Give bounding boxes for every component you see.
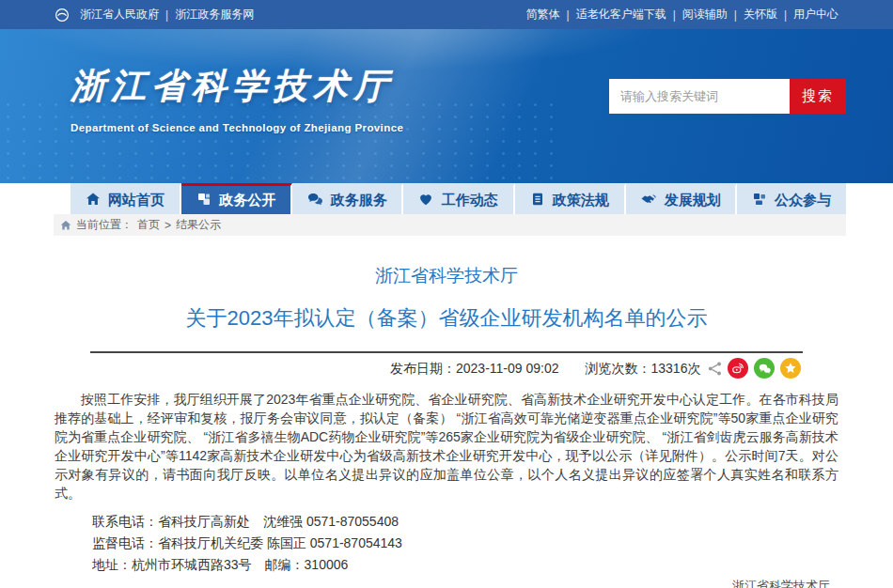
share-icon[interactable] bbox=[708, 362, 722, 376]
topbar-left-links: 浙江省人民政府 | 浙江政务服务网 bbox=[55, 7, 254, 23]
publish-date: 发布日期：2023-11-09 09:02 bbox=[390, 361, 559, 378]
chat-icon bbox=[307, 192, 323, 209]
nav-item-label: 工作动态 bbox=[441, 192, 497, 209]
link-simplified-traditional[interactable]: 简繁体 bbox=[526, 7, 560, 23]
article-paragraph: 按照工作安排，我厅组织开展了2023年省重点企业研究院、省企业研究院、省高新技术… bbox=[55, 390, 838, 503]
weibo-icon[interactable] bbox=[728, 358, 748, 379]
site-title: 浙江省科学技术厅 bbox=[70, 63, 403, 110]
share-buttons bbox=[708, 358, 801, 379]
link-elderly-client-download[interactable]: 适老化客户端下载 bbox=[576, 7, 666, 23]
nav-item-label: 发展规划 bbox=[665, 192, 721, 209]
contact-line: 地址：杭州市环城西路33号 邮编：310006 bbox=[92, 554, 838, 576]
wechat-icon[interactable] bbox=[754, 358, 775, 379]
nav-item-home[interactable]: 网站首页 bbox=[70, 183, 181, 214]
article-content: 浙江省科学技术厅 关于2023年拟认定（备案）省级企业研发机构名单的公示 发布日… bbox=[0, 264, 893, 588]
nav-item-development-planning[interactable]: 发展规划 bbox=[626, 183, 737, 214]
footer-org-name: 浙江省科学技术厅 bbox=[732, 578, 830, 588]
nav-item-label: 政务公开 bbox=[219, 192, 275, 209]
star-icon[interactable] bbox=[780, 358, 801, 379]
top-utility-bar: 浙江省人民政府 | 浙江政务服务网 简繁体 | 适老化客户端下载 | 阅读辅助 … bbox=[0, 0, 893, 29]
publish-date-value: 2023-11-09 09:02 bbox=[456, 361, 559, 376]
nav-item-label: 公众参与 bbox=[775, 192, 831, 209]
publish-date-label: 发布日期： bbox=[390, 361, 456, 376]
main-navigation: 网站首页 政务公开 政务服务 工作动态 政策法规 发展规划 公众参与 bbox=[70, 183, 846, 214]
document-icon bbox=[530, 192, 545, 209]
breadcrumb-separator: > bbox=[164, 219, 171, 232]
divider: | bbox=[567, 8, 570, 22]
nav-item-government-services[interactable]: 政务服务 bbox=[292, 183, 403, 214]
search-button[interactable]: 搜索 bbox=[790, 79, 846, 114]
link-zhejiang-gov[interactable]: 浙江省人民政府 bbox=[80, 7, 159, 23]
nav-item-policies-regulations[interactable]: 政策法规 bbox=[515, 183, 626, 214]
nav-item-label: 政务服务 bbox=[331, 192, 387, 209]
home-icon bbox=[86, 192, 101, 209]
nav-item-open-government[interactable]: 政务公开 bbox=[181, 183, 292, 214]
divider: | bbox=[734, 8, 737, 22]
article-title-line1: 浙江省科学技术厅 bbox=[55, 264, 838, 288]
site-banner: 浙江省科学技术厅 Department of Science and Techn… bbox=[0, 29, 893, 183]
contact-line: 监督电话：省科技厅机关纪委 陈国正 0571-87054143 bbox=[92, 533, 838, 554]
view-count: 浏览次数：13316次 bbox=[586, 361, 701, 378]
breadcrumb: 当前位置： 首页 > 结果公示 bbox=[54, 214, 846, 236]
link-care-version[interactable]: 关怀版 bbox=[744, 7, 777, 23]
gov-emblem-icon bbox=[55, 8, 70, 23]
link-user-center[interactable]: 用户中心 bbox=[793, 7, 838, 23]
home-small-icon bbox=[60, 220, 71, 231]
site-logo: 浙江省科学技术厅 Department of Science and Techn… bbox=[70, 63, 403, 133]
participation-icon bbox=[752, 192, 767, 209]
divider: | bbox=[165, 8, 168, 22]
topbar-right-links: 简繁体 | 适老化客户端下载 | 阅读辅助 | 关怀版 | 用户中心 bbox=[526, 7, 839, 23]
search-input[interactable] bbox=[609, 79, 790, 114]
contact-line: 联系电话：省科技厅高新处 沈维强 0571-87055408 bbox=[92, 511, 838, 533]
breadcrumb-current: 结果公示 bbox=[176, 217, 221, 233]
link-zhejiang-service[interactable]: 浙江政务服务网 bbox=[175, 7, 254, 23]
divider: | bbox=[784, 8, 787, 22]
article-title-line2: 关于2023年拟认定（备案）省级企业研发机构名单的公示 bbox=[55, 304, 838, 333]
open-gov-icon bbox=[196, 192, 212, 209]
site-title-english: Department of Science and Technology of … bbox=[70, 122, 403, 133]
breadcrumb-label: 当前位置： bbox=[76, 217, 133, 233]
heart-icon bbox=[418, 192, 433, 209]
search-box: 搜索 bbox=[609, 79, 846, 114]
nav-item-public-participation[interactable]: 公众参与 bbox=[737, 183, 846, 214]
nav-item-label: 政策法规 bbox=[553, 192, 609, 209]
link-reading-assist[interactable]: 阅读辅助 bbox=[682, 7, 728, 23]
divider: | bbox=[673, 8, 676, 22]
handshake-icon bbox=[640, 192, 657, 209]
contact-info: 联系电话：省科技厅高新处 沈维强 0571-87055408 监督电话：省科技厅… bbox=[92, 511, 838, 576]
view-count-value: 13316次 bbox=[651, 361, 701, 376]
nav-item-work-updates[interactable]: 工作动态 bbox=[403, 183, 514, 214]
article-meta-row: 发布日期：2023-11-09 09:02 浏览次数：13316次 bbox=[55, 353, 838, 385]
breadcrumb-home-link[interactable]: 首页 bbox=[137, 217, 160, 233]
view-count-label: 浏览次数： bbox=[586, 361, 651, 376]
nav-item-label: 网站首页 bbox=[108, 192, 164, 209]
